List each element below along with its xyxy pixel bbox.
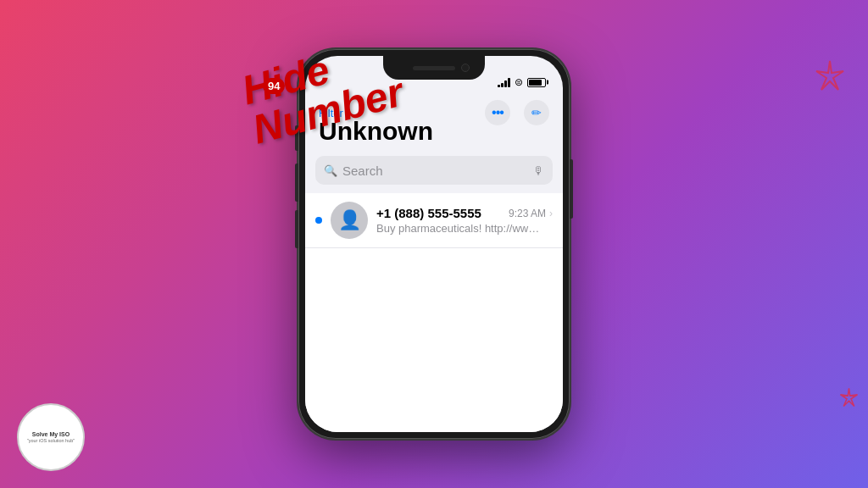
notch-speaker — [413, 66, 455, 70]
message-top-row: +1 (888) 555-5555 9:23 AM › — [376, 206, 553, 220]
star-decoration-bottom-right — [838, 387, 860, 412]
battery-icon — [527, 78, 546, 87]
power-button[interactable] — [570, 159, 573, 219]
search-icon: 🔍 — [324, 164, 337, 177]
wifi-icon: ⊜ — [515, 76, 523, 88]
message-time-row: 9:23 AM › — [509, 208, 553, 219]
notch — [383, 56, 485, 80]
mute-button[interactable] — [295, 125, 298, 151]
logo-circle: Solve My ISO "your iOS solution hub" — [17, 403, 85, 471]
star-decoration-top-right — [813, 59, 847, 97]
notch-camera — [461, 64, 470, 72]
message-time: 9:23 AM — [509, 208, 546, 219]
message-preview: Buy pharmaceuticals! http://www.unsolici… — [376, 222, 546, 235]
signal-bars-icon — [498, 77, 510, 87]
header-icons: ••• ✏ — [485, 100, 549, 125]
logo-sub-text: "your iOS solution hub" — [27, 438, 75, 443]
search-bar[interactable]: 🔍 Search 🎙 — [315, 156, 553, 185]
phone-wrapper: ⊜ Filter ••• ✏ Unkn — [298, 49, 570, 439]
status-icons: ⊜ — [498, 76, 546, 88]
unknown-title: Unknown — [319, 117, 433, 146]
mic-icon: 🎙 — [533, 164, 544, 177]
message-sender: +1 (888) 555-5555 — [376, 206, 481, 220]
badge-count: 94 — [263, 78, 285, 94]
unread-dot — [315, 217, 322, 224]
phone-body: ⊜ Filter ••• ✏ Unkn — [298, 49, 570, 439]
volume-up-button[interactable] — [295, 164, 298, 202]
volume-down-button[interactable] — [295, 210, 298, 248]
table-row[interactable]: 👤 +1 (888) 555-5555 9:23 AM › Buy pharma… — [305, 193, 563, 248]
logo-container: Solve My ISO "your iOS solution hub" — [17, 403, 85, 471]
more-options-button[interactable]: ••• — [485, 100, 510, 125]
phone-screen: ⊜ Filter ••• ✏ Unkn — [305, 56, 563, 432]
search-placeholder: Search — [342, 164, 528, 178]
more-icon: ••• — [492, 105, 504, 120]
message-content: +1 (888) 555-5555 9:23 AM › Buy pharmace… — [376, 206, 553, 235]
logo-main-text: Solve My ISO — [32, 431, 70, 438]
avatar: 👤 — [331, 202, 368, 239]
compose-button[interactable]: ✏ — [524, 100, 549, 125]
compose-icon: ✏ — [531, 106, 542, 119]
message-list: 👤 +1 (888) 555-5555 9:23 AM › Buy pharma… — [305, 193, 563, 432]
chevron-right-icon: › — [549, 208, 553, 219]
person-icon: 👤 — [338, 209, 361, 231]
